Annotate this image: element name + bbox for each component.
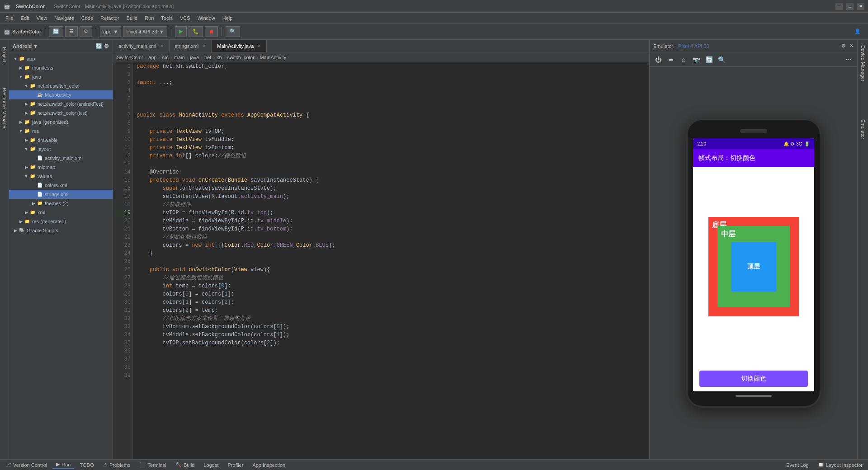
breadcrumb-mainactivity[interactable]: MainActivity — [260, 55, 287, 60]
tree-item-mipmap[interactable]: ▶ 📁 mipmap — [9, 163, 113, 172]
bottom-tab-run[interactable]: ▶ Run — [52, 461, 74, 469]
bottom-tab-layout-inspector[interactable]: 🔲 Layout Inspector — [814, 461, 866, 469]
menu-window[interactable]: Window — [194, 14, 219, 22]
breadcrumb-switch-color[interactable]: switch_color — [227, 55, 255, 60]
tree-item-res[interactable]: ▼ 📁 res — [9, 127, 113, 136]
project-settings-icon[interactable]: ⚙ — [104, 43, 109, 49]
folder-icon-mipmap: 📁 — [29, 164, 36, 171]
emulator-settings-icon[interactable]: ⚙ — [841, 43, 846, 49]
breadcrumb-app[interactable]: app — [148, 55, 156, 60]
menu-run[interactable]: Run — [141, 14, 157, 22]
emu-rotate-btn[interactable]: 🔄 — [704, 55, 714, 65]
code-editor[interactable]: 123456789 101112131415161718 19 20212223… — [113, 62, 649, 459]
tree-item-package[interactable]: ▼ 📁 net.xh.switch_color — [9, 81, 113, 90]
toolbar-debug-button[interactable]: 🐛 — [189, 26, 203, 37]
toolbar-search-button[interactable]: 🔍 — [226, 26, 240, 37]
bottom-tab-todo[interactable]: TODO — [76, 461, 98, 469]
toolbar-sync-btn[interactable]: 🔄 — [49, 26, 63, 37]
tree-item-strings-xml[interactable]: 📄 strings.xml — [9, 190, 113, 199]
emu-zoom-btn[interactable]: 🔍 — [717, 55, 726, 65]
menu-help[interactable]: Help — [219, 14, 236, 22]
tree-item-androidtest[interactable]: ▶ 📁 net.xh.switch_color (androidTest) — [9, 99, 113, 108]
tree-item-activity-xml[interactable]: 📄 activity_main.xml — [9, 154, 113, 163]
emu-back-btn[interactable]: ⬅ — [666, 55, 676, 65]
tree-item-layout[interactable]: ▼ 📁 layout — [9, 145, 113, 154]
emu-power-btn[interactable]: ⏻ — [653, 55, 663, 65]
toolbar-settings-btn[interactable]: ⚙ — [80, 26, 92, 37]
tab-strings-xml-close[interactable]: ✕ — [202, 43, 206, 48]
phone-screen[interactable]: 2:20 🔔 ⚙ 3G 🔋 帧式布局：切换颜色 底 — [693, 138, 814, 391]
tab-activity-xml-close[interactable]: ✕ — [160, 43, 164, 48]
menu-file[interactable]: File — [2, 14, 17, 22]
bottom-tab-logcat[interactable]: Logcat — [200, 461, 222, 469]
menu-build[interactable]: Build — [123, 14, 141, 22]
tree-item-java-generated[interactable]: ▶ 📁 java (generated) — [9, 118, 113, 127]
tab-activity-xml[interactable]: activity_main.xml ✕ — [113, 40, 170, 52]
tree-item-java[interactable]: ▼ 📁 java — [9, 72, 113, 81]
toolbar-list-btn[interactable]: ☰ — [65, 26, 78, 37]
minimize-button[interactable]: ─ — [835, 3, 843, 10]
code-text[interactable]: package net.xh.switch_color; import ...;… — [133, 62, 649, 459]
project-panel-title: Android ▼ — [13, 43, 38, 49]
tree-item-values[interactable]: ▼ 📁 values — [9, 172, 113, 181]
resource-manager-label[interactable]: Resource Manager — [0, 84, 9, 134]
tree-item-drawable[interactable]: ▶ 📁 drawable — [9, 136, 113, 145]
bottom-tab-app-inspection[interactable]: App Inspection — [249, 461, 289, 469]
tree-label-strings-xml: strings.xml — [45, 192, 69, 197]
bottom-tab-terminal[interactable]: ⬛ Terminal — [136, 461, 170, 469]
emu-screenshot-btn[interactable]: 📷 — [691, 55, 701, 65]
breadcrumb-java[interactable]: java — [190, 55, 199, 60]
menu-edit[interactable]: Edit — [17, 14, 33, 22]
toolbar-run-button[interactable]: ▶ — [175, 26, 187, 37]
emu-more-btn[interactable]: ⋯ — [844, 55, 854, 65]
tree-item-colors-xml[interactable]: 📄 colors.xml — [9, 181, 113, 190]
breadcrumb-src[interactable]: src — [162, 55, 169, 60]
menu-navigate[interactable]: Navigate — [51, 14, 77, 22]
breadcrumb-xh[interactable]: xh — [217, 55, 222, 60]
event-log-label: Event Log — [786, 462, 809, 468]
menu-tools[interactable]: Tools — [157, 14, 176, 22]
breadcrumb-switchcolor[interactable]: SwitchColor — [117, 55, 143, 60]
tree-item-themes[interactable]: ▶ 📁 themes (2) — [9, 199, 113, 208]
emu-home-btn[interactable]: ⌂ — [679, 55, 689, 65]
menu-code[interactable]: Code — [78, 14, 97, 22]
emulator-side-label[interactable]: Emulator — [859, 116, 868, 143]
bottom-tab-build[interactable]: 🔨 Build — [172, 461, 198, 469]
switch-color-button[interactable]: 切换颜色 — [699, 371, 808, 387]
tab-activity-xml-label: activity_main.xml — [118, 43, 156, 49]
tree-item-app[interactable]: ▼ 📁 app — [9, 54, 113, 63]
bottom-tab-event-log[interactable]: Event Log — [783, 461, 812, 469]
notch-cutout — [740, 129, 767, 133]
project-sync-icon[interactable]: 🔄 — [95, 43, 102, 49]
tree-item-res-generated[interactable]: ▶ 📁 res (generated) — [9, 217, 113, 226]
menu-refactor[interactable]: Refactor — [97, 14, 123, 22]
tree-item-manifests[interactable]: ▶ 📁 manifests — [9, 63, 113, 72]
phone-battery-icon: 🔋 — [804, 141, 810, 146]
maximize-button[interactable]: □ — [846, 3, 854, 10]
menu-view[interactable]: View — [33, 14, 51, 22]
tree-arrow-test: ▶ — [24, 111, 29, 115]
tab-mainactivity-java-close[interactable]: ✕ — [257, 43, 261, 48]
device-manager-label[interactable]: Device Manager — [859, 42, 868, 85]
breadcrumb-net[interactable]: net — [204, 55, 211, 60]
tree-label-test: net.xh.switch_color (test) — [38, 111, 88, 116]
tab-strings-xml[interactable]: strings.xml ✕ — [170, 40, 212, 52]
vcs-label: Version Control — [13, 462, 47, 468]
tree-item-test[interactable]: ▶ 📁 net.xh.switch_color (test) — [9, 108, 113, 118]
tree-item-mainactivity[interactable]: ☕ MainActivity — [9, 90, 113, 99]
tree-item-xml[interactable]: ▶ 📁 xml — [9, 208, 113, 217]
bottom-tab-vcs[interactable]: ⎇ Version Control — [2, 461, 51, 469]
tab-mainactivity-java[interactable]: MainActivity.java ✕ — [212, 40, 267, 52]
bottom-tab-profiler[interactable]: Profiler — [224, 461, 247, 469]
breadcrumb-main[interactable]: main — [174, 55, 185, 60]
toolbar-stop-button[interactable]: ⏹ — [205, 26, 218, 37]
emulator-close-icon[interactable]: ✕ — [849, 43, 854, 49]
tree-item-gradle[interactable]: ▶ 🐘 Gradle Scripts — [9, 226, 113, 235]
bottom-tab-problems[interactable]: ⚠ Problems — [99, 461, 134, 469]
device-dropdown[interactable]: Pixel 4 API 33 ▼ — [123, 26, 167, 37]
toolbar-sep-3 — [171, 27, 171, 36]
run-config-dropdown[interactable]: app ▼ — [100, 26, 121, 37]
project-side-label[interactable]: Project — [0, 43, 9, 66]
close-button[interactable]: ✕ — [857, 3, 864, 10]
menu-vcs[interactable]: VCS — [176, 14, 194, 22]
